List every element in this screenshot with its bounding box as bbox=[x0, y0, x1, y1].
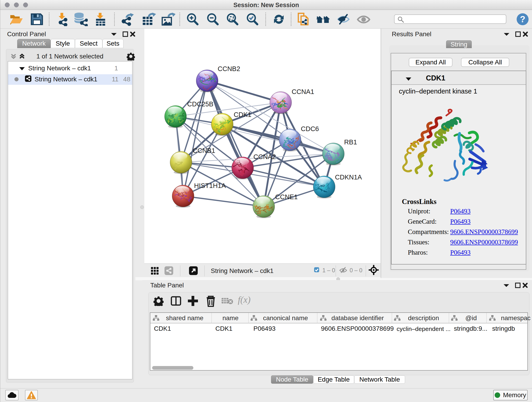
svg-text:CCNB1: CCNB1 bbox=[193, 147, 215, 154]
svg-text:CCNB2: CCNB2 bbox=[218, 65, 240, 72]
svg-text:CCNA1: CCNA1 bbox=[292, 88, 314, 95]
svg-text:CDC6: CDC6 bbox=[301, 125, 319, 133]
svg-text:?: ? bbox=[520, 14, 525, 24]
svg-text:HIST1H1A: HIST1H1A bbox=[194, 182, 226, 189]
svg-text:CDK1: CDK1 bbox=[234, 111, 251, 118]
svg-text:CCNE1: CCNE1 bbox=[275, 193, 298, 201]
svg-text:CDC25B: CDC25B bbox=[187, 100, 213, 108]
svg-text:RB1: RB1 bbox=[344, 138, 357, 146]
svg-text:CDKN1A: CDKN1A bbox=[335, 173, 362, 181]
svg-text:CCNA2: CCNA2 bbox=[253, 153, 276, 160]
